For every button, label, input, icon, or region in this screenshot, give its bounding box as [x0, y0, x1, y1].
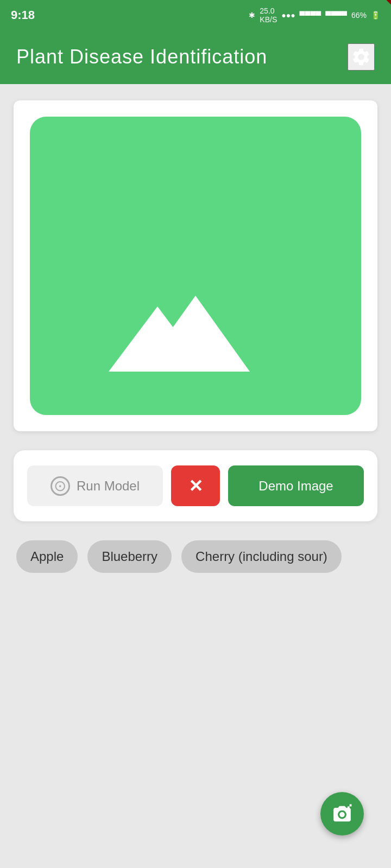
- signal-icon: ▀▀▀▀: [300, 11, 321, 20]
- tag-cherry[interactable]: Cherry (including sour): [181, 540, 342, 573]
- app-bar: Plant Disease Identification: [0, 30, 391, 84]
- tag-apple[interactable]: Apple: [16, 540, 78, 573]
- svg-point-2: [339, 812, 345, 818]
- status-time: 9:18: [11, 8, 35, 22]
- main-content: Run Model ✕ Demo Image Apple Blueberry C…: [0, 84, 391, 868]
- image-card: [14, 100, 377, 431]
- tag-cherry-label: Cherry (including sour): [195, 549, 327, 564]
- demo-image-button[interactable]: Demo Image: [228, 465, 364, 506]
- signal-icon-2: ▀▀▀▀: [325, 11, 347, 20]
- camera-add-icon: [332, 803, 352, 824]
- data-speed: 25.0 KB/S: [260, 7, 277, 24]
- tag-apple-label: Apple: [30, 549, 64, 564]
- tag-blueberry-label: Blueberry: [102, 549, 157, 564]
- settings-button[interactable]: [348, 43, 375, 71]
- tag-blueberry[interactable]: Blueberry: [87, 540, 172, 573]
- demo-image-label: Demo Image: [258, 478, 333, 494]
- tags-container: Apple Blueberry Cherry (including sour): [14, 540, 377, 573]
- run-model-label: Run Model: [77, 478, 140, 494]
- bluetooth-icon: ✱: [249, 11, 255, 20]
- wifi-icon: ●●●: [281, 11, 295, 20]
- battery-indicator: 66%: [351, 11, 367, 20]
- image-placeholder[interactable]: [30, 117, 361, 415]
- gear-icon: [351, 47, 371, 67]
- controls-card: Run Model ✕ Demo Image: [14, 450, 377, 521]
- add-photo-fab[interactable]: [320, 792, 364, 835]
- x-icon: ✕: [188, 476, 203, 496]
- image-placeholder-icon: [30, 117, 361, 415]
- app-title: Plant Disease Identification: [16, 46, 267, 68]
- run-model-button[interactable]: Run Model: [27, 465, 163, 506]
- run-model-icon: [51, 476, 70, 496]
- status-bar: 9:18 ✱ 25.0 KB/S ●●● ▀▀▀▀ ▀▀▀▀ 66% 🔋 BUG: [0, 0, 391, 30]
- status-icons: ✱ 25.0 KB/S ●●● ▀▀▀▀ ▀▀▀▀ 66% 🔋: [249, 7, 380, 24]
- clear-button[interactable]: ✕: [171, 465, 220, 506]
- battery-icon: 🔋: [371, 11, 380, 20]
